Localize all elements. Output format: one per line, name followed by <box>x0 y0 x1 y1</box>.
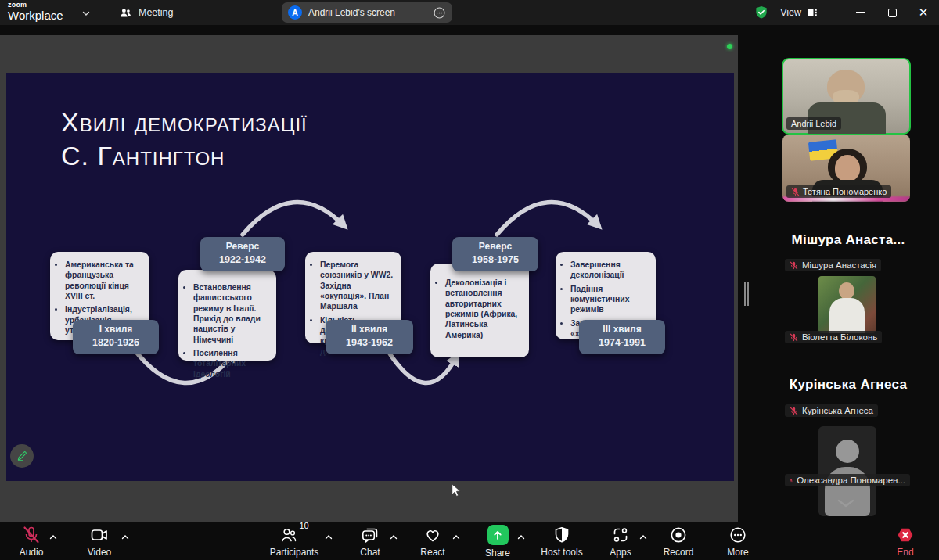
video-button[interactable]: Video <box>68 526 131 558</box>
share-active-dot <box>727 44 732 49</box>
more-ellipsis-icon <box>729 526 747 544</box>
scroll-more-chevron-icon[interactable] <box>836 497 856 508</box>
video-camera-icon <box>90 526 109 544</box>
chevron-down-icon[interactable] <box>81 9 91 18</box>
view-button[interactable]: View <box>780 6 818 19</box>
muted-mic-icon <box>790 407 798 415</box>
participant-name-pill: Тетяна Пономаренко <box>786 185 891 198</box>
audio-button[interactable]: Audio <box>0 526 63 558</box>
apps-label: Apps <box>610 547 631 558</box>
apps-button[interactable]: Apps <box>589 526 652 558</box>
react-options-chevron-icon[interactable] <box>452 533 461 541</box>
audio-options-chevron-icon[interactable] <box>49 533 58 541</box>
participant-name: Тетяна Пономаренко <box>803 187 887 196</box>
record-icon <box>669 526 688 544</box>
wave-name: ІІІ хвиля <box>579 324 665 335</box>
timeline-label-reverse1: Реверс 1922-1942 <box>200 237 285 271</box>
timeline-label-reverse2: Реверс 1958-1975 <box>452 237 538 271</box>
participants-count-badge: 10 <box>299 521 308 530</box>
slide-title: Хвилі демократизації С. Гантінгтон <box>61 106 308 172</box>
share-screen-icon <box>487 525 509 545</box>
wave-name: І хвиля <box>73 324 159 335</box>
video-options-chevron-icon[interactable] <box>121 533 130 541</box>
heart-icon <box>423 526 442 544</box>
mic-muted-icon <box>22 526 41 544</box>
participant-name-pill: Andrii Lebid <box>786 117 841 130</box>
big-name-kurinska[interactable]: Курінська Агнеса <box>764 377 933 393</box>
host-tools-label: Host tools <box>541 547 582 558</box>
wave-name: Реверс <box>200 241 285 252</box>
record-button[interactable]: Record <box>647 526 710 558</box>
chat-options-chevron-icon[interactable] <box>389 533 398 541</box>
react-button[interactable]: React <box>401 526 464 558</box>
timeline-label-wave1: І хвиля 1820-1926 <box>73 320 159 354</box>
titlebar-right: View ✕ <box>754 0 939 25</box>
annotate-button[interactable] <box>10 444 34 468</box>
chat-label: Chat <box>360 547 380 558</box>
wave-name: ІІ хвиля <box>326 324 413 335</box>
logo-zoom-text: zoom <box>8 2 63 9</box>
participants-label: Participants <box>270 547 319 558</box>
participant-name: Мішура Анастасія <box>802 260 876 270</box>
view-label: View <box>780 7 801 18</box>
chat-icon <box>361 526 380 544</box>
bullet: Посилення тоталітарних ідеологій <box>193 348 272 379</box>
logo-workplace-text: Workplace <box>8 9 63 21</box>
bullet: Падіння комуністичних режимів <box>570 284 651 315</box>
end-button[interactable]: End <box>874 526 937 558</box>
chat-button[interactable]: Chat <box>339 526 401 558</box>
timeline-label-wave3: ІІІ хвиля 1974-1991 <box>579 320 665 354</box>
timeline-label-wave2: ІІ хвиля 1943-1962 <box>326 320 413 354</box>
pencil-icon <box>16 450 28 462</box>
security-shield-icon[interactable] <box>754 5 769 20</box>
more-label: More <box>727 547 748 558</box>
maximize-button[interactable] <box>876 0 908 25</box>
close-button[interactable]: ✕ <box>908 0 939 25</box>
participants-options-chevron-icon[interactable] <box>324 533 333 541</box>
muted-mic-icon <box>790 476 793 485</box>
participant-name: Andrii Lebid <box>791 119 836 128</box>
zoom-workplace-logo: zoom Workplace <box>8 2 63 21</box>
minimize-button[interactable] <box>845 0 876 25</box>
host-tools-shield-icon <box>552 526 571 544</box>
muted-mic-icon <box>790 333 798 342</box>
tab-meeting[interactable]: Meeting <box>111 0 181 25</box>
video-tile-tetiana-ponomarenko[interactable]: Тетяна Пономаренко <box>782 135 910 202</box>
timeline-card-reverse2: Деколонізація і встановлення авторитарни… <box>430 264 529 357</box>
video-label: Video <box>88 547 111 558</box>
participant-name-pill: Віолетта Білоконь <box>785 331 882 343</box>
bullet: Перемога союзників у WW2. Західна «окупа… <box>320 260 397 312</box>
panel-resize-handle[interactable] <box>744 282 750 306</box>
share-button[interactable]: Share <box>466 525 529 558</box>
big-name-mishura[interactable]: Мішура Анаста... <box>764 232 933 248</box>
screen-tab-avatar: A <box>288 5 302 20</box>
react-label: React <box>420 547 444 558</box>
wave-years: 1958-1975 <box>452 254 538 265</box>
wave-name: Реверс <box>452 241 538 252</box>
participant-name-pill: Олександра Пономарен... <box>785 474 910 486</box>
wave-years: 1943-1962 <box>326 337 413 348</box>
video-tile-andrii-lebid[interactable]: Andrii Lebid <box>782 59 910 134</box>
apps-icon <box>611 526 630 544</box>
tab-shared-screen[interactable]: A Andrii Lebid's screen <box>282 2 452 23</box>
participants-button[interactable]: 10 Participants <box>259 526 329 558</box>
meeting-toolbar: Audio Video 10 P <box>0 522 939 560</box>
wave-years: 1820-1926 <box>73 337 159 348</box>
bullet: Американська та французька революції кін… <box>65 260 145 301</box>
share-options-chevron-icon[interactable] <box>516 533 526 541</box>
tab-options-ellipsis-icon[interactable] <box>433 6 446 20</box>
participant-name: Олександра Пономарен... <box>797 476 905 485</box>
record-label: Record <box>664 547 694 558</box>
muted-mic-icon <box>790 261 798 270</box>
shared-screen-area: Хвилі демократизації С. Гантінгтон Амери… <box>0 35 738 522</box>
participants-sidebar: Andrii Lebid Тетяна Пономаренко Мішура А… <box>757 25 939 522</box>
silhouette-head <box>836 440 859 463</box>
view-layout-icon <box>806 6 818 19</box>
host-tools-button[interactable]: Host tools <box>531 526 593 558</box>
bullet: Встановлення фашистського режиму в Італі… <box>193 282 272 345</box>
person-body <box>829 298 865 333</box>
avatar-violetta[interactable] <box>818 276 876 333</box>
more-button[interactable]: More <box>707 526 769 558</box>
participant-name: Віолетта Білоконь <box>802 332 877 342</box>
titlebar: zoom Workplace Meeting A Andrii Lebid's … <box>0 0 939 25</box>
